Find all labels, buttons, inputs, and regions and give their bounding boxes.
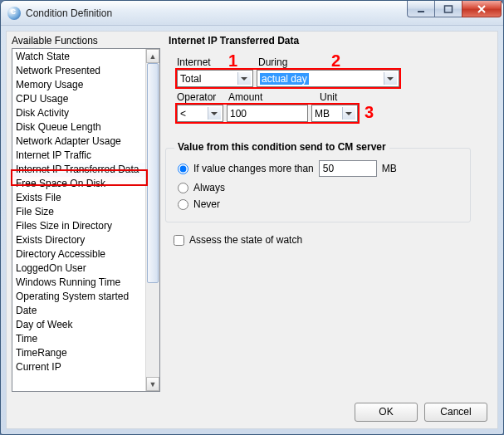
operator-combo[interactable]: <: [177, 105, 223, 122]
during-combo[interactable]: actual day: [257, 70, 399, 87]
amount-input[interactable]: 100: [227, 105, 308, 122]
internet-value: Total: [180, 73, 201, 85]
radio-never-label: Never: [193, 198, 220, 210]
list-item[interactable]: File Size: [12, 205, 145, 219]
app-icon: [7, 7, 21, 20]
scrollbar[interactable]: ▲ ▼: [145, 49, 159, 391]
radio-never[interactable]: [178, 199, 188, 210]
amount-label: Amount: [228, 91, 262, 103]
list-item[interactable]: Watch State: [12, 50, 145, 64]
send-to-cm-group: Value from this condition send to CM ser…: [165, 148, 471, 222]
client-area: Available Functions Watch StateNetwork P…: [6, 31, 498, 429]
annotation-number-3: 3: [365, 103, 374, 122]
list-item[interactable]: Windows Running Time: [12, 276, 145, 290]
list-item[interactable]: Internet IP Traffic: [12, 149, 145, 163]
scroll-down-button[interactable]: ▼: [146, 377, 159, 391]
available-functions-heading: Available Functions: [12, 35, 160, 46]
titlebar[interactable]: Condition Definition: [1, 1, 503, 26]
list-item[interactable]: Date: [12, 304, 145, 318]
list-item[interactable]: Exists File: [12, 191, 145, 205]
assess-state-label: Assess the state of watch: [189, 234, 302, 246]
annotation-number-2: 2: [331, 51, 340, 71]
list-item[interactable]: Network Presented: [12, 64, 145, 78]
unit-combo[interactable]: MB: [311, 105, 358, 122]
window-title: Condition Definition: [26, 7, 112, 19]
amount-value: 100: [230, 108, 247, 120]
scroll-thumb[interactable]: [147, 63, 159, 283]
close-button[interactable]: [462, 1, 502, 17]
list-item[interactable]: Internet IP Transferred Data: [12, 163, 145, 177]
radio-always[interactable]: [178, 183, 188, 193]
list-item[interactable]: Memory Usage: [12, 78, 145, 92]
list-item[interactable]: Directory Accessible: [12, 247, 145, 261]
section-title: Internet IP Transferred Data: [169, 35, 489, 46]
during-label: During: [258, 56, 287, 68]
chevron-down-icon: [387, 77, 394, 84]
svg-rect-1: [445, 6, 453, 12]
changes-unit-label: MB: [382, 163, 397, 174]
svg-rect-0: [418, 11, 424, 12]
radio-if-changes-label: If value changes more than: [193, 163, 314, 174]
scroll-up-button[interactable]: ▲: [146, 49, 159, 63]
list-item[interactable]: Network Adapter Usage: [12, 134, 145, 149]
right-panel: Internet IP Transferred Data Internet Du…: [160, 32, 497, 395]
list-item[interactable]: LoggedOn User: [12, 261, 145, 276]
group-title: Value from this condition send to CM ser…: [174, 141, 389, 153]
minimize-button[interactable]: [407, 1, 435, 17]
chevron-down-icon: [345, 112, 352, 119]
changes-threshold-input[interactable]: [319, 160, 377, 177]
list-item[interactable]: Day of Week: [12, 318, 145, 332]
during-value: actual day: [260, 73, 309, 85]
cancel-button[interactable]: Cancel: [424, 403, 487, 422]
annotation-number-1: 1: [228, 51, 237, 71]
chevron-down-icon: [241, 77, 247, 84]
radio-always-label: Always: [193, 182, 225, 193]
list-item[interactable]: Exists Directory: [12, 233, 145, 247]
scroll-track[interactable]: [146, 63, 159, 377]
unit-value: MB: [315, 108, 330, 120]
left-panel: Available Functions Watch StateNetwork P…: [7, 32, 160, 395]
list-item[interactable]: Files Size in Directory: [12, 219, 145, 233]
functions-listbox[interactable]: Watch StateNetwork PresentedMemory Usage…: [12, 48, 160, 392]
list-item[interactable]: CPU Usage: [12, 92, 145, 106]
chevron-down-icon: [211, 112, 218, 119]
list-item[interactable]: Current IP: [12, 360, 145, 374]
list-item[interactable]: TimeRange: [12, 346, 145, 360]
dialog-window: Condition Definition Available Functions…: [0, 0, 504, 435]
assess-state-checkbox[interactable]: [174, 235, 184, 246]
list-item[interactable]: Disk Queue Length: [12, 120, 145, 134]
operator-value: <: [180, 108, 186, 120]
ok-button[interactable]: OK: [355, 403, 418, 422]
window-buttons: [408, 1, 502, 17]
list-item[interactable]: Time: [12, 332, 145, 346]
operator-label: Operator: [177, 91, 216, 103]
radio-if-changes[interactable]: [178, 164, 188, 174]
internet-combo[interactable]: Total: [177, 70, 253, 87]
maximize-button[interactable]: [434, 1, 462, 17]
list-item[interactable]: Disk Activity: [12, 106, 145, 120]
list-item[interactable]: Free Space On Disk: [12, 177, 145, 191]
dialog-button-row: OK Cancel: [7, 395, 497, 428]
internet-label: Internet: [177, 56, 211, 68]
list-item[interactable]: Operating System started: [12, 290, 145, 304]
unit-label: Unit: [320, 91, 337, 103]
